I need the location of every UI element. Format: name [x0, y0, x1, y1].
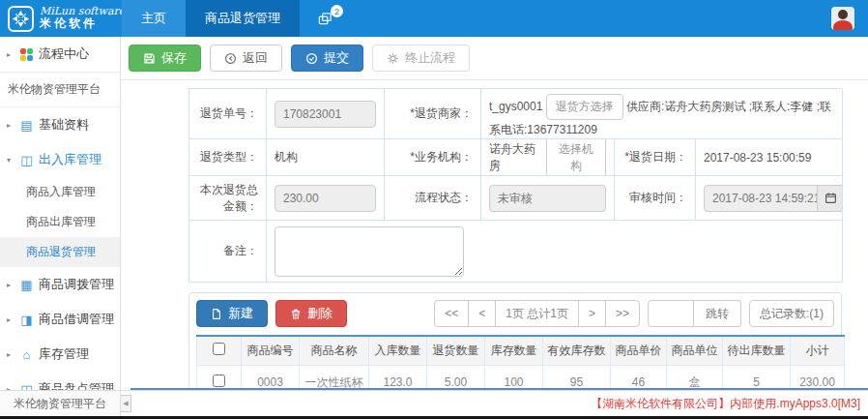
- items-grid-box: 新建 删除 << < 1页 总计1页: [188, 292, 842, 390]
- col-header[interactable]: 待出库数量: [723, 336, 791, 365]
- order-no-input[interactable]: 170823001: [275, 101, 376, 128]
- home-icon: ⌂: [19, 347, 34, 362]
- sidebar-item-process-center[interactable]: ▸ 流程中心: [0, 37, 120, 72]
- page-first-button[interactable]: <<: [434, 300, 469, 327]
- col-header[interactable]: 小计: [791, 336, 845, 365]
- user-avatar[interactable]: [831, 7, 854, 30]
- sidebar-item-label: 商品借调管理: [39, 311, 114, 328]
- business-org-cell: 诺舟大药房 选择机构: [481, 139, 615, 176]
- merchant-select-button[interactable]: 退货方选择: [546, 94, 623, 120]
- inout-doc-icon: ◫: [19, 153, 34, 167]
- borrow-icon: ◨: [19, 313, 34, 327]
- sidebar-item-base-data[interactable]: ▸ ▤ 基础资料: [0, 107, 120, 142]
- sidebar-item-inventory[interactable]: ▸ ⌂ 库存管理: [0, 337, 120, 372]
- logo-subtitle: 米伦软件: [40, 17, 125, 30]
- page-info: 1页 总计1页: [495, 300, 579, 327]
- back-circle-icon: [224, 52, 237, 65]
- sidebar-collapse-button[interactable]: ◀: [121, 395, 131, 412]
- total-amount-label: 本次退货总金额：: [189, 176, 267, 221]
- page-last-button[interactable]: >>: [605, 300, 640, 327]
- floppy-icon: [143, 52, 156, 65]
- app-window: MiLun software 米伦软件 主页 商品退货管理 2 ▸: [0, 0, 868, 419]
- header-checkbox-cell: [197, 336, 242, 365]
- sidebar-section-title: 米伦物资管理平台: [0, 72, 120, 107]
- page-jump-button[interactable]: 跳转: [694, 300, 741, 327]
- total-amount-input[interactable]: 230.00: [275, 185, 376, 212]
- col-header[interactable]: 库存数量: [485, 336, 543, 365]
- col-header[interactable]: 入库数量: [369, 336, 427, 365]
- calendar-icon: [825, 192, 837, 204]
- tab-home[interactable]: 主页: [122, 0, 186, 37]
- command-toolbar: 保存 返回 提交 终止流程: [121, 37, 868, 80]
- flow-status-cell: 未审核: [481, 176, 615, 221]
- page-next-button[interactable]: >: [578, 300, 606, 327]
- sidebar-item-label: 出入库管理: [39, 151, 101, 168]
- window-count-badge: 2: [331, 5, 343, 17]
- new-row-button[interactable]: 新建: [196, 300, 268, 327]
- chevron-right-icon: ▸: [7, 121, 14, 130]
- audit-time-input[interactable]: 2017-08-23 14:59:21: [704, 185, 818, 212]
- back-button[interactable]: 返回: [210, 45, 282, 72]
- order-no-cell: 170823001: [267, 89, 385, 139]
- sidebar-item-product-outbound[interactable]: 商品出库管理: [0, 207, 120, 237]
- sidebar-item-stocktake[interactable]: ▸ ◰ 商品盘点管理: [0, 372, 120, 390]
- chevron-right-icon: ▸: [7, 281, 14, 289]
- cell-return-qty: 5.00: [427, 365, 485, 390]
- flow-status-label: 流程状态：: [385, 176, 481, 221]
- remark-cell: [267, 221, 843, 283]
- gear-icon: [387, 52, 399, 65]
- audit-time-cell: 2017-08-23 14:59:21: [696, 176, 843, 221]
- total-amount-cell: 230.00: [267, 176, 385, 221]
- col-header[interactable]: 商品名称: [300, 336, 369, 365]
- flow-status-input[interactable]: 未审核: [489, 185, 606, 212]
- header-tabs: 主页 商品退货管理 2: [122, 0, 351, 37]
- col-header[interactable]: 商品单位: [667, 336, 723, 365]
- open-windows-button[interactable]: 2: [300, 0, 351, 37]
- header-right: [831, 0, 868, 37]
- delete-row-button[interactable]: 删除: [275, 300, 347, 327]
- remark-textarea[interactable]: [275, 226, 464, 277]
- cell-unit: 盒: [667, 365, 723, 390]
- sidebar-item-label: 商品盘点管理: [39, 380, 114, 390]
- cell-inbound-qty: 123.0: [369, 365, 427, 390]
- stocktake-icon: ◰: [19, 382, 34, 391]
- grid-toolbar: 新建 删除 << < 1页 总计1页: [196, 300, 834, 327]
- copyright-text: 【湖南米伦软件有限公司】内部使用.myApps3.0[M3]: [131, 391, 868, 416]
- table-row[interactable]: 0003 一次性纸杯 123.0 5.00 100 95 46 盒 5 23: [197, 365, 845, 390]
- terminate-process-button[interactable]: 终止流程: [372, 45, 470, 72]
- select-all-checkbox[interactable]: [213, 343, 225, 355]
- content-area: 保存 返回 提交 终止流程: [121, 37, 868, 390]
- cell-product-name: 一次性纸杯: [300, 365, 369, 390]
- sidebar-item-product-inbound[interactable]: 商品入库管理: [0, 177, 120, 207]
- return-order-form: 退货单号： 170823001 *退货商家： t_gys0001 退货方选择 供…: [188, 88, 842, 283]
- sidebar-footer: 米伦物资管理平台: [0, 391, 121, 416]
- save-button[interactable]: 保存: [129, 45, 201, 72]
- sidebar-item-allocation[interactable]: ▸ ▦ 商品调拨管理: [0, 267, 120, 302]
- sidebar-item-product-return[interactable]: 商品退货管理: [0, 237, 120, 267]
- total-records-label: 总记录数:(1): [749, 300, 834, 327]
- top-header: MiLun software 米伦软件 主页 商品退货管理 2: [0, 0, 868, 37]
- col-header[interactable]: 商品编号: [242, 336, 300, 365]
- items-table: 商品编号 商品名称 入库数量 退货数量 库存数量 有效库存数 商品单价 商品单位…: [196, 335, 845, 390]
- sidebar-item-borrow[interactable]: ▸ ◨ 商品借调管理: [0, 302, 120, 337]
- submit-button[interactable]: 提交: [291, 45, 363, 72]
- col-header[interactable]: 商品单价: [611, 336, 667, 365]
- calendar-button[interactable]: [818, 185, 843, 212]
- row-checkbox[interactable]: [213, 374, 225, 387]
- detail-panel: 退货单号： 170823001 *退货商家： t_gys0001 退货方选择 供…: [130, 80, 868, 390]
- return-date-value: 2017-08-23 15:00:59: [696, 139, 843, 176]
- milun-logo-icon: [8, 6, 34, 32]
- col-header[interactable]: 有效库存数: [543, 336, 611, 365]
- business-org-value: 诺舟大药房: [489, 141, 540, 174]
- col-header[interactable]: 退货数量: [427, 336, 485, 365]
- sidebar-item-label: 基础资料: [39, 116, 89, 134]
- sidebar-item-label: 库存管理: [39, 345, 89, 363]
- page-jump-input[interactable]: [648, 300, 694, 327]
- main-area: ▸ 流程中心 米伦物资管理平台 ▸ ▤ 基础资料 ▾ ◫ 出入库管理 商品入库管…: [0, 37, 868, 390]
- process-center-icon: [19, 48, 34, 61]
- cell-pending-outbound-qty: 5: [723, 365, 791, 390]
- org-select-button[interactable]: 选择机构: [546, 139, 606, 176]
- sidebar-item-inout-warehouse[interactable]: ▾ ◫ 出入库管理: [0, 142, 120, 177]
- page-prev-button[interactable]: <: [468, 300, 496, 327]
- tab-product-return-management[interactable]: 商品退货管理: [186, 0, 300, 37]
